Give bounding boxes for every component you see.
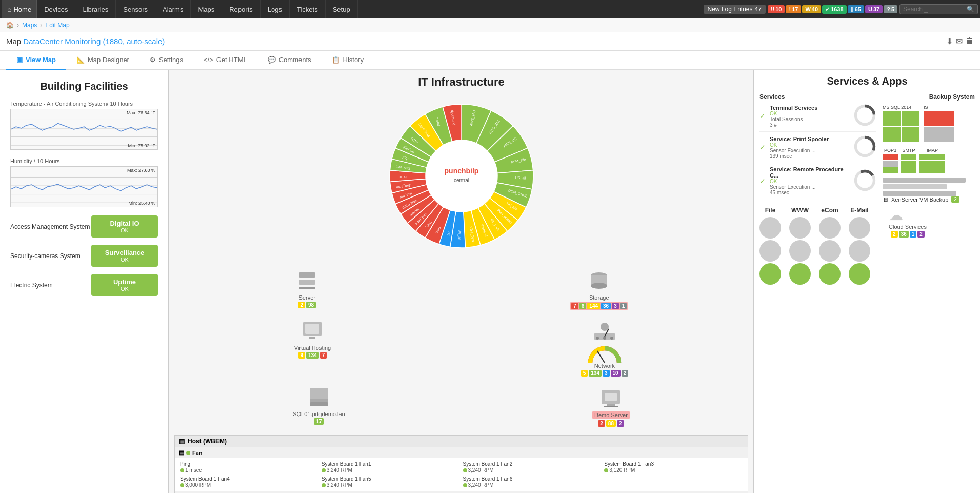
security-label: Security-cameras System: [10, 252, 81, 260]
tab-map-designer[interactable]: 📐 Map Designer: [66, 51, 139, 70]
terminal-status: OK: [770, 111, 849, 116]
view-map-icon: ▣: [16, 56, 23, 64]
svg-rect-59: [605, 393, 617, 401]
demo-server-icon: [598, 385, 623, 409]
host-label: Host (WBEM): [188, 438, 227, 445]
nav-maps[interactable]: Maps: [191, 0, 222, 18]
nav-devices[interactable]: Devices: [37, 0, 75, 18]
surveillance-button[interactable]: Surveillance OK: [91, 245, 158, 267]
fan-sensor-6: System Board 1 Fan6 3,240 RPM: [462, 475, 603, 489]
storage-badges: 7 6 144 36 3 1: [570, 302, 628, 310]
svg-rect-39: [299, 272, 315, 278]
pop3-cell-3: [883, 167, 898, 173]
breadcrumb-home-icon[interactable]: 🏠: [6, 22, 14, 29]
electric-label: Electric System: [10, 282, 53, 289]
humidity-chart-min: Min: 25.40 %: [128, 201, 155, 206]
email-column: E-Mail: [849, 207, 870, 286]
tab-comments[interactable]: 💬 Comments: [257, 51, 322, 70]
storage-block[interactable]: Storage 7 6 144 36 3 1: [570, 268, 628, 310]
log-entries-button[interactable]: New Log Entries 47: [704, 5, 766, 14]
download-icon[interactable]: ⬇: [946, 36, 953, 46]
it-icons-row-3: SQL01.prtgdemo.lan 17 Demo Server 2 88 2: [174, 385, 748, 427]
fan-expand-icon[interactable]: ▤: [179, 449, 184, 456]
get-html-icon: </>: [204, 56, 213, 64]
network-gauge: [587, 345, 623, 363]
rpc-name: Service: Remote Procedure C...: [770, 166, 849, 179]
nav-setup[interactable]: Setup: [326, 0, 358, 18]
sql-label: SQL01.prtgdemo.lan: [293, 411, 345, 417]
print-gauge: [853, 135, 876, 160]
digital-io-button[interactable]: Digital IO OK: [91, 215, 158, 238]
temperature-chart-section: Temperature - Air Conditioning System/ 1…: [10, 101, 158, 150]
svg-rect-57: [310, 402, 328, 406]
is-label: IS: [924, 105, 954, 110]
smtp-label: SMTP: [901, 148, 916, 153]
uptime-button[interactable]: Uptime OK: [91, 274, 158, 296]
search-input[interactable]: [903, 6, 965, 13]
home-button[interactable]: ⌂ Home: [2, 0, 37, 18]
email-circle-1: [849, 217, 870, 239]
badge-unusual[interactable]: U 37: [865, 5, 883, 13]
nav-tickets[interactable]: Tickets: [290, 0, 326, 18]
page-title: Map DataCenter Monitoring (1880, auto-sc…: [6, 37, 165, 46]
server-block[interactable]: Server 2 98: [295, 268, 319, 310]
xenserver-label: XenServer VM Backup: [891, 196, 948, 203]
host-fan-row: ▤ Fan Ping 1 msec System Board 1 Fan1 3,…: [175, 447, 748, 491]
badge-yellow[interactable]: W 40: [802, 5, 821, 13]
email-icon[interactable]: ✉: [956, 36, 963, 46]
server-icon: [295, 268, 319, 293]
breadcrumb-maps[interactable]: Maps: [22, 22, 37, 29]
ecom-circle-1: [819, 217, 841, 239]
virtual-hosting-badges: 9 134 7: [294, 352, 331, 359]
delete-icon[interactable]: 🗑: [966, 36, 974, 46]
breadcrumb-edit-map[interactable]: Edit Map: [45, 22, 69, 29]
tab-view-map[interactable]: ▣ View Map: [6, 51, 66, 70]
email-protocols: POP3 SMTP: [883, 148, 975, 173]
tab-get-html[interactable]: </> Get HTML: [193, 51, 257, 70]
nav-sensors[interactable]: Sensors: [116, 0, 155, 18]
sql-cell-3: [883, 127, 901, 142]
tab-settings[interactable]: ⚙ Settings: [139, 51, 193, 70]
cloud-badges: 2 36 1 2: [889, 231, 927, 238]
pop3-grid: [883, 154, 898, 173]
badge-ok[interactable]: ✓ 1638: [822, 5, 846, 14]
nav-logs[interactable]: Logs: [261, 0, 290, 18]
badge-unknown[interactable]: ? 5: [884, 5, 897, 13]
nav-alarms[interactable]: Alarms: [155, 0, 191, 18]
is-cell-2: [939, 111, 955, 126]
file-column: File: [759, 207, 781, 286]
nav-libraries[interactable]: Libraries: [75, 0, 116, 18]
network-block[interactable]: Network 5 134 3 10 2: [581, 319, 629, 377]
host-expand-icon[interactable]: ▤: [179, 438, 185, 445]
demo-server-label: Demo Server: [592, 411, 630, 419]
ecom-circle-2: [819, 240, 841, 262]
tab-history[interactable]: 📋 History: [322, 51, 374, 70]
services-list: Services ✓ Terminal Services OK Total Se…: [759, 93, 876, 207]
nav-reports[interactable]: Reports: [222, 0, 261, 18]
rpc-detail2: 45 msec: [770, 190, 849, 195]
tabs: ▣ View Map 📐 Map Designer ⚙ Settings </>…: [0, 51, 980, 70]
network-badges: 5 134 3 10 2: [581, 370, 629, 377]
network-label: Network: [581, 363, 629, 369]
badge-pause[interactable]: || 65: [848, 5, 864, 13]
home-icon: ⌂: [7, 5, 11, 13]
smtp-cell-2: [901, 161, 916, 167]
virtual-hosting-block[interactable]: Virtual Hosting 9 134 7: [294, 319, 331, 377]
svg-rect-41: [299, 287, 315, 289]
log-entries-count: 47: [755, 6, 762, 13]
svg-line-54: [597, 351, 605, 363]
search-box[interactable]: 🔍: [899, 4, 978, 14]
xenserver-badge: 2: [951, 196, 959, 203]
file-circle-1: [759, 217, 781, 239]
sql-block[interactable]: SQL01.prtgdemo.lan 17: [293, 385, 345, 427]
digital-io-status: OK: [102, 227, 148, 233]
badge-warning[interactable]: ! 17: [786, 5, 801, 13]
fan-sensor-1: System Board 1 Fan1 3,240 RPM: [321, 460, 461, 474]
services-label: Services: [759, 93, 876, 101]
svg-rect-47: [309, 337, 315, 339]
cloud-icon: ☁: [889, 207, 927, 224]
badge-critical[interactable]: !! 10: [768, 5, 785, 13]
demo-server-block[interactable]: Demo Server 2 88 2: [592, 385, 630, 427]
demo-server-badges: 2 88 2: [592, 420, 630, 427]
terminal-name: Terminal Services: [770, 105, 849, 111]
